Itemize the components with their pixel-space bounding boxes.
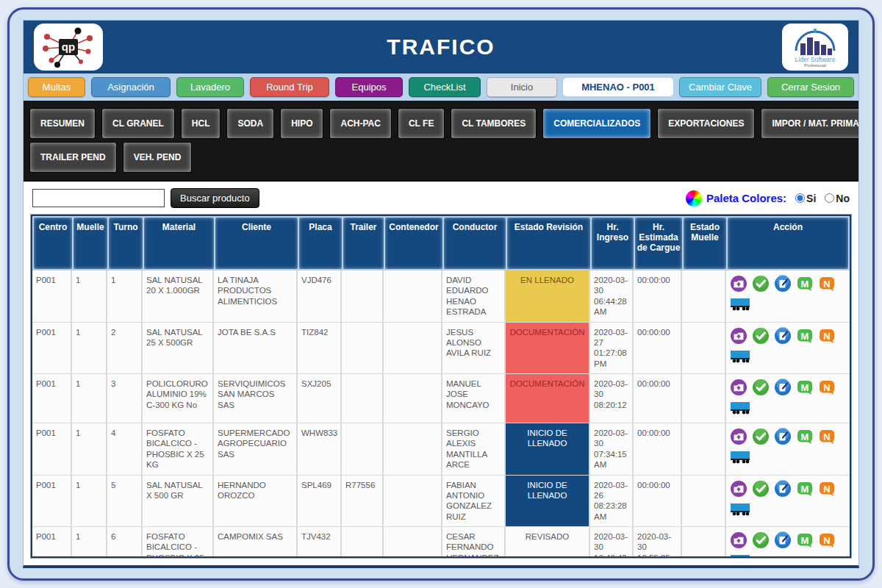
- truck-icon[interactable]: [730, 502, 847, 520]
- tab[interactable]: IMPOR / MAT. PRIMAS: [761, 108, 859, 139]
- tab[interactable]: EXPORTACIONES: [657, 108, 755, 139]
- edit-note-icon[interactable]: [774, 428, 792, 445]
- cell-placa: SXJ205: [298, 374, 340, 423]
- tab[interactable]: RESUMEN: [29, 108, 96, 139]
- edit-note-icon[interactable]: [774, 531, 792, 549]
- cell-trailer: [342, 374, 382, 423]
- cell-hr-ingreso: 2020-03-30 10:40:42 AM: [590, 527, 632, 558]
- nav-button[interactable]: Lavadero: [176, 77, 244, 97]
- upload-folder-icon[interactable]: [730, 480, 747, 498]
- column-header: Trailer: [343, 218, 384, 269]
- tab[interactable]: COMERCIALIZADOS: [542, 108, 651, 139]
- nav-button[interactable]: Round Trip: [250, 77, 329, 97]
- cell-muelle: 1: [72, 374, 106, 423]
- edit-note-icon[interactable]: [774, 275, 792, 293]
- approve-check-icon[interactable]: [752, 428, 770, 445]
- cell-muelle: 1: [72, 270, 106, 322]
- approve-check-icon[interactable]: [752, 327, 770, 345]
- table-row: P001 1 4 FOSFATO BICALCICO - PHOSBIC X 2…: [32, 423, 850, 475]
- search-input[interactable]: [32, 189, 165, 207]
- message-m-icon[interactable]: M: [796, 531, 814, 549]
- tab[interactable]: SODA: [226, 108, 274, 139]
- cell-cliente: SUPERMERCADO AGROPECUARIO SAS: [214, 423, 296, 475]
- column-header: Hr. Ingreso: [592, 218, 634, 269]
- cell-trailer: [342, 270, 382, 322]
- app-header: qp TRAFICO Lider Software Profesional: [24, 21, 858, 74]
- message-m-icon[interactable]: M: [796, 428, 814, 445]
- nav-button[interactable]: Multas: [28, 77, 85, 97]
- truck-icon[interactable]: [730, 401, 847, 418]
- palette-radio-no[interactable]: [825, 193, 834, 203]
- page-title: TRAFICO: [24, 21, 858, 74]
- message-m-icon[interactable]: M: [796, 327, 814, 345]
- nav-button[interactable]: MHENAO - P001: [563, 78, 673, 96]
- nav-button[interactable]: Cambiar Clave: [679, 77, 761, 97]
- tab[interactable]: CL TAMBORES: [451, 108, 537, 139]
- cell-hr-estimada: 00:00:00: [634, 476, 681, 527]
- tab[interactable]: TRAILER PEND: [29, 142, 117, 173]
- edit-note-icon[interactable]: [774, 327, 792, 345]
- tab[interactable]: CL GRANEL: [101, 108, 175, 139]
- truck-icon[interactable]: [730, 349, 847, 367]
- action-icons: M N: [730, 480, 847, 520]
- message-m-icon[interactable]: M: [796, 480, 814, 498]
- nav-button[interactable]: Cerrar Sesion: [767, 77, 854, 97]
- cell-muelle: 1: [72, 476, 106, 527]
- approve-check-icon[interactable]: [752, 379, 770, 396]
- tab[interactable]: CL FE: [398, 108, 445, 139]
- column-header: Acción: [728, 218, 848, 269]
- message-n-icon[interactable]: N: [818, 379, 836, 396]
- message-n-icon[interactable]: N: [818, 275, 836, 293]
- truck-icon[interactable]: [730, 297, 847, 315]
- approve-check-icon[interactable]: [752, 275, 770, 293]
- palette-colors-label: Paleta Colores:: [706, 192, 786, 204]
- truck-icon[interactable]: [730, 450, 847, 467]
- svg-text:N: N: [823, 330, 830, 341]
- cell-turno: 1: [107, 270, 141, 322]
- tab[interactable]: HCL: [181, 108, 221, 139]
- nav-button[interactable]: Inicio: [487, 77, 557, 97]
- truck-icon[interactable]: [730, 553, 847, 558]
- message-n-icon[interactable]: N: [818, 428, 836, 445]
- column-header: Contenedor: [385, 218, 442, 269]
- palette-option-no[interactable]: No: [825, 193, 850, 204]
- cell-contenedor: [384, 527, 441, 558]
- upload-folder-icon[interactable]: [730, 379, 747, 396]
- cell-hr-ingreso: 2020-03-30 06:44:28 AM: [590, 270, 632, 322]
- color-wheel-icon: [686, 190, 702, 207]
- svg-text:N: N: [823, 279, 830, 290]
- svg-text:M: M: [801, 279, 809, 290]
- message-n-icon[interactable]: N: [818, 480, 836, 498]
- approve-check-icon[interactable]: [752, 531, 770, 549]
- svg-text:N: N: [823, 535, 830, 546]
- nav-button[interactable]: Asignación: [91, 77, 171, 97]
- company-logo: qp: [34, 24, 103, 71]
- message-n-icon[interactable]: N: [818, 531, 836, 549]
- upload-folder-icon[interactable]: [730, 327, 747, 345]
- edit-note-icon[interactable]: [774, 379, 792, 396]
- column-header: Turno: [109, 218, 143, 269]
- approve-check-icon[interactable]: [752, 480, 770, 498]
- upload-folder-icon[interactable]: [730, 275, 747, 293]
- column-header: Estado Muelle: [684, 218, 726, 269]
- tab[interactable]: HIPO: [280, 108, 323, 139]
- message-m-icon[interactable]: M: [796, 275, 814, 293]
- message-n-icon[interactable]: N: [818, 327, 836, 345]
- nav-button[interactable]: CheckList: [409, 77, 481, 97]
- cell-hr-estimada: 00:00:00: [634, 323, 681, 374]
- lider-software-logo: Lider Software Profesional: [782, 24, 848, 71]
- cell-trailer: R77556: [342, 476, 382, 527]
- action-icons: M N: [730, 531, 847, 558]
- nav-button[interactable]: Equipos: [335, 77, 403, 97]
- cell-conductor: FABIAN ANTONIO GONZALEZ RUIZ: [442, 476, 504, 527]
- message-m-icon[interactable]: M: [796, 379, 814, 396]
- tab[interactable]: ACH-PAC: [329, 108, 391, 139]
- palette-radio-si[interactable]: [795, 193, 805, 203]
- tab[interactable]: VEH. PEND: [123, 142, 193, 173]
- upload-folder-icon[interactable]: [730, 531, 747, 549]
- upload-folder-icon[interactable]: [730, 428, 747, 445]
- edit-note-icon[interactable]: [774, 480, 792, 498]
- cell-centro: P001: [32, 476, 71, 527]
- search-product-button[interactable]: Buscar producto: [171, 188, 259, 208]
- palette-option-si[interactable]: Si: [795, 193, 816, 204]
